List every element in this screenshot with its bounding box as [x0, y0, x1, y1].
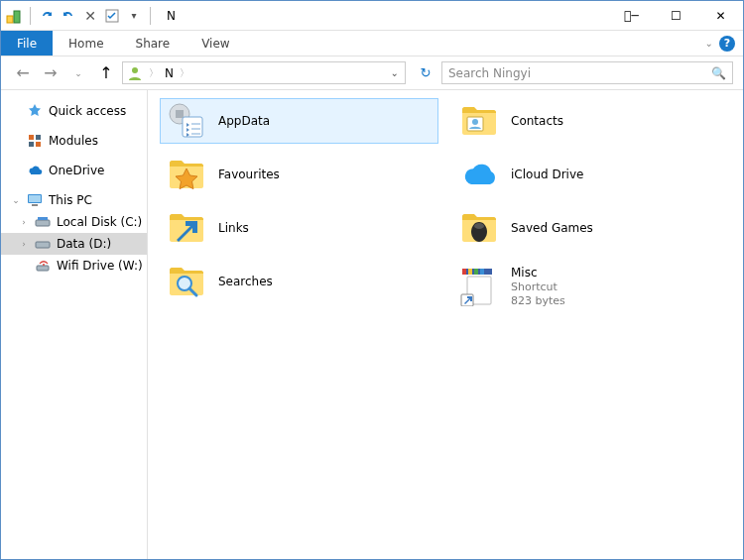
recent-dropdown-icon[interactable]: ⌄ [66, 61, 90, 85]
svg-rect-27 [480, 269, 484, 275]
maximize-button[interactable]: ☐ [654, 1, 698, 31]
tree-quick-access[interactable]: Quick access [1, 100, 147, 122]
tree-label: This PC [49, 193, 92, 207]
tree-modules[interactable]: Modules [1, 130, 147, 152]
saved-games-folder-icon [459, 208, 499, 248]
svg-rect-5 [36, 135, 41, 140]
help-icon[interactable]: ? [719, 36, 735, 52]
searches-folder-icon [167, 262, 206, 301]
tree-label: Data (D:) [57, 237, 111, 251]
item-label: Misc [511, 266, 565, 280]
svg-point-3 [132, 67, 138, 73]
undo-icon[interactable] [39, 8, 55, 24]
item-appdata[interactable]: AppData [160, 98, 438, 144]
item-label: Favourites [218, 168, 280, 181]
item-saved-games[interactable]: Saved Games [452, 205, 731, 251]
user-folder-icon [127, 65, 143, 81]
svg-point-21 [474, 223, 484, 229]
qat-dropdown-icon[interactable]: ▾ [126, 8, 142, 24]
svg-rect-11 [36, 220, 50, 226]
address-bar[interactable]: 〉 N 〉 ⌄ [122, 61, 406, 84]
shortcut-icon [459, 267, 499, 306]
item-label: AppData [218, 114, 270, 128]
app-icon [6, 8, 22, 24]
svg-rect-10 [32, 204, 38, 206]
appdata-icon [167, 101, 206, 141]
tree-label: Wifi Drive (W:) [57, 259, 143, 273]
svg-rect-4 [29, 135, 34, 140]
properties-icon[interactable] [104, 8, 120, 24]
nav-tree: Quick access Modules OneDrive ⌄ This PC [1, 90, 148, 559]
search-icon: 🔍 [711, 66, 726, 80]
up-button[interactable]: ↑ [94, 61, 118, 85]
drive-icon [35, 214, 51, 230]
chevron-down-icon[interactable]: ⌄ [11, 195, 21, 205]
address-dropdown-icon[interactable]: ⌄ [387, 67, 403, 78]
favourites-folder-icon [167, 155, 206, 194]
close-button[interactable]: ✕ [698, 1, 743, 31]
svg-rect-25 [468, 269, 472, 275]
item-label: Searches [218, 275, 273, 288]
chevron-right-icon[interactable]: › [19, 217, 29, 227]
items-view: AppData Contacts [148, 90, 743, 559]
svg-rect-12 [38, 217, 48, 220]
item-icloud[interactable]: iCloud Drive [452, 152, 731, 197]
refresh-button[interactable]: ↻ [414, 61, 437, 84]
modules-icon [27, 133, 43, 149]
back-button[interactable]: ← [11, 61, 35, 85]
file-tab[interactable]: File [1, 31, 53, 56]
minimize-button[interactable]: ─ [609, 1, 654, 31]
pc-icon [27, 192, 43, 208]
redo-icon[interactable] [61, 8, 76, 24]
svg-rect-6 [29, 142, 34, 147]
title-bar: ✕ ▾ N ─ ☐ ✕ [1, 1, 743, 31]
ribbon-expand-icon[interactable]: ⌄ [705, 38, 713, 49]
breadcrumb-item[interactable]: N [165, 66, 174, 80]
onedrive-icon [27, 163, 43, 178]
links-folder-icon [167, 208, 206, 248]
item-links[interactable]: Links [160, 205, 438, 251]
tree-label: Modules [49, 134, 98, 148]
tree-wifi-drive[interactable]: Wifi Drive (W:) [1, 255, 147, 277]
breadcrumb-separator-icon[interactable]: 〉 [178, 66, 191, 80]
tree-label: OneDrive [49, 164, 104, 177]
ribbon-tabs: File Home Share View ⌄ ? [1, 31, 743, 56]
drive-icon [35, 236, 51, 252]
item-favourites[interactable]: Favourites [160, 152, 438, 197]
svg-rect-9 [29, 195, 41, 202]
svg-rect-13 [36, 242, 50, 248]
share-tab[interactable]: Share [120, 31, 186, 56]
view-tab[interactable]: View [186, 31, 245, 56]
tree-label: Quick access [49, 104, 126, 118]
item-contacts[interactable]: Contacts [452, 98, 731, 144]
tree-this-pc[interactable]: ⌄ This PC [1, 189, 147, 211]
svg-rect-26 [474, 269, 478, 275]
item-misc[interactable]: Misc Shortcut 823 bytes [452, 259, 731, 314]
svg-rect-17 [176, 110, 184, 118]
tree-label: Local Disk (C:) [57, 215, 142, 229]
svg-rect-1 [14, 11, 20, 23]
svg-rect-14 [37, 266, 49, 271]
tree-local-disk[interactable]: › Local Disk (C:) [1, 211, 147, 233]
nav-bar: ← → ⌄ ↑ 〉 N 〉 ⌄ ↻ Search Ningyi 🔍 [1, 56, 743, 90]
item-label: Links [218, 221, 249, 235]
svg-rect-0 [7, 16, 13, 23]
window-title: N [167, 9, 176, 23]
tree-onedrive[interactable]: OneDrive [1, 160, 147, 181]
search-input[interactable]: Search Ningyi 🔍 [441, 61, 733, 84]
item-label: iCloud Drive [511, 168, 583, 181]
delete-icon[interactable]: ✕ [82, 8, 98, 24]
star-icon [27, 103, 43, 119]
forward-button[interactable]: → [39, 61, 62, 85]
contacts-folder-icon [459, 101, 499, 141]
chevron-right-icon[interactable]: › [19, 239, 29, 249]
network-drive-icon [35, 258, 51, 274]
item-type: Shortcut [511, 280, 565, 294]
breadcrumb-separator-icon[interactable]: 〉 [147, 66, 161, 80]
svg-rect-7 [36, 142, 41, 147]
tree-data-drive[interactable]: › Data (D:) [1, 233, 147, 255]
home-tab[interactable]: Home [53, 31, 119, 56]
icloud-icon [459, 155, 499, 194]
search-placeholder: Search Ningyi [448, 66, 531, 80]
item-searches[interactable]: Searches [160, 259, 438, 304]
